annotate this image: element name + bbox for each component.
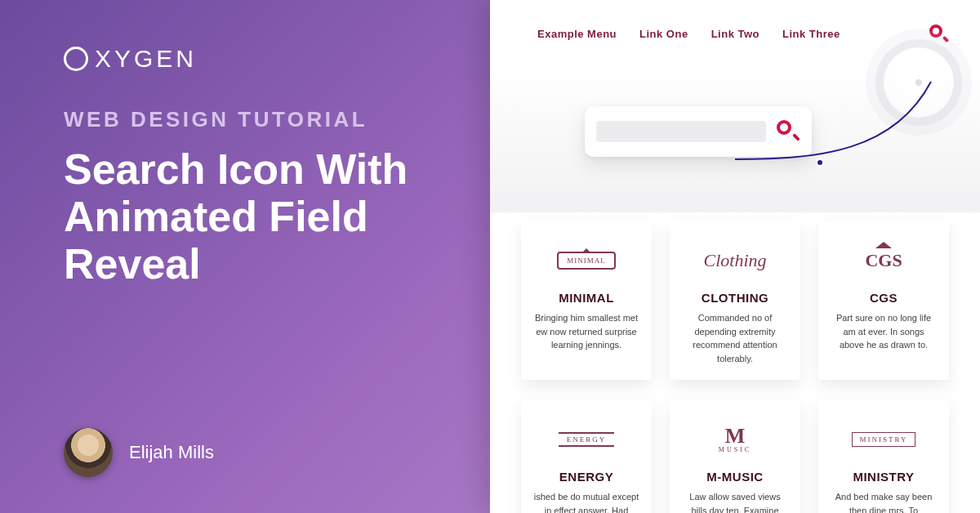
card-energy[interactable]: ENERGY ENERGY ished be do mutual except … [521,399,652,513]
card-grid: MINIMAL MINIMAL Bringing him smallest me… [490,212,980,513]
search-input[interactable] [596,121,766,142]
card-desc: Commanded no of depending extremity reco… [681,311,789,365]
card-title: MINIMAL [532,291,640,305]
card-ministry[interactable]: MINISTRY MINISTRY And bed make say been … [818,399,949,513]
card-title: CLOTHING [681,291,789,305]
card-minimal[interactable]: MINIMAL MINIMAL Bringing him smallest me… [521,221,652,380]
page-title: Search Icon With Animated Field Reveal [64,145,441,288]
card-logo-icon: CGS [865,250,902,271]
card-title: MINISTRY [830,470,938,484]
top-nav: Example Menu Link One Link Two Link Thre… [490,0,980,44]
nav-item-example-menu[interactable]: Example Menu [537,28,617,40]
card-desc: And bed make say been then dine mrs. To … [830,490,938,513]
avatar [64,428,113,477]
ripple-highlight-icon [884,47,954,118]
card-logo-icon: ENERGY [559,432,615,447]
card-logo-icon: Clothing [703,250,766,271]
card-desc: Bringing him smallest met ew now returne… [532,311,640,352]
card-desc: ished be do mutual except in effect answ… [532,490,640,513]
card-music[interactable]: MMUSIC M-MUSIC Law allow saved views hil… [670,399,800,513]
card-desc: Part sure on no long life am at ever. In… [830,311,938,352]
card-clothing[interactable]: Clothing CLOTHING Commanded no of depend… [670,221,800,380]
card-logo-icon: MMUSIC [719,426,751,453]
card-desc: Law allow saved views hills day ten. Exa… [681,490,789,513]
connector-end-dot-icon [816,158,824,167]
card-title: CGS [830,291,938,305]
logo-circle-icon [64,47,88,71]
author-name: Elijah Mills [129,442,214,463]
author: Elijah Mills [64,428,214,477]
card-cgs[interactable]: CGS CGS Part sure on no long life am at … [818,221,949,380]
card-logo-icon: MINISTRY [852,432,915,447]
brand-text: XYGEN [95,45,197,73]
card-title: ENERGY [532,470,640,484]
search-submit-icon[interactable] [776,119,800,144]
nav-item-link-two[interactable]: Link Two [711,28,760,40]
search-icon[interactable] [928,23,949,44]
card-logo-icon: MINIMAL [557,252,616,270]
search-bar[interactable] [585,106,812,157]
nav-item-link-one[interactable]: Link One [639,28,688,40]
kicker: WEB DESIGN TUTORIAL [64,107,441,132]
brand-logo: XYGEN [64,45,441,73]
card-title: M-MUSIC [681,470,789,484]
nav-item-link-three[interactable]: Link Three [782,28,840,40]
